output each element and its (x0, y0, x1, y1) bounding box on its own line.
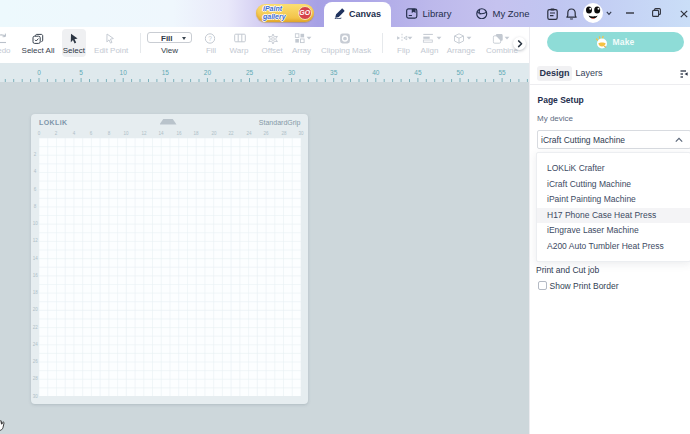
svg-text:?: ? (208, 34, 212, 41)
